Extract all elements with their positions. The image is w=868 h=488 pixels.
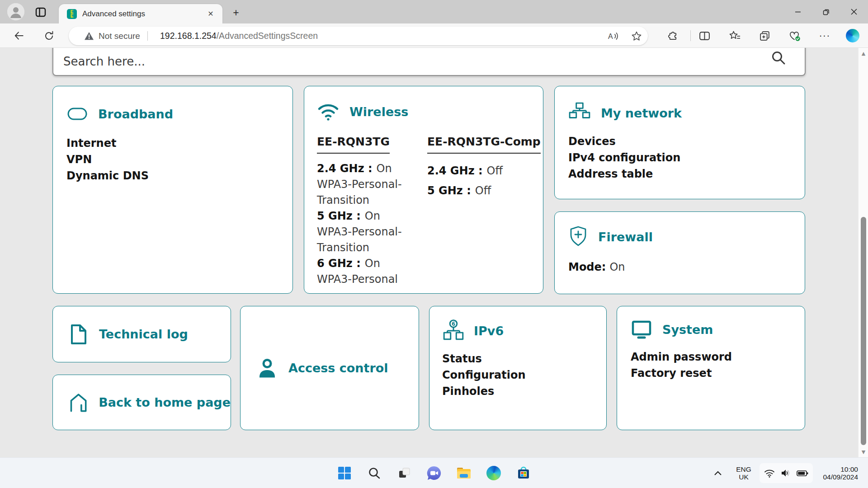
- card-back-to-home[interactable]: Back to home page: [52, 375, 231, 430]
- ssid-main: EE-RQN3TG: [317, 135, 390, 154]
- close-window-button[interactable]: [840, 0, 868, 23]
- taskbar-search-icon[interactable]: [365, 464, 383, 482]
- quick-settings[interactable]: [760, 463, 813, 483]
- svg-text:A: A: [608, 33, 613, 40]
- search-icon[interactable]: [770, 50, 787, 68]
- hidden-icons-chevron[interactable]: [711, 466, 725, 480]
- search-box: [52, 48, 806, 76]
- person-icon: [257, 358, 278, 379]
- link-status[interactable]: Status: [442, 351, 482, 367]
- firewall-mode: Mode:On: [568, 261, 791, 273]
- wireless-row: 6 GHz :On: [317, 256, 427, 272]
- microsoft-store-icon[interactable]: [514, 464, 533, 482]
- firewall-mode-label: Mode:: [568, 261, 606, 273]
- link-factory-reset[interactable]: Factory reset: [631, 365, 712, 381]
- battery-icon: [797, 468, 808, 478]
- link-internet[interactable]: Internet: [66, 135, 116, 151]
- wifi-icon: [317, 102, 340, 122]
- windows-taskbar: ENG UK: [0, 457, 868, 488]
- tab-close-icon[interactable]: ✕: [205, 9, 216, 19]
- network-icon: [568, 102, 591, 124]
- link-dynamic-dns[interactable]: Dynamic DNS: [66, 168, 149, 184]
- ssid-companion: EE-RQN3TG-Comp: [427, 135, 541, 154]
- url-path: /AdvancedSettingsScreen: [217, 31, 318, 41]
- restore-button[interactable]: [812, 0, 840, 23]
- link-devices[interactable]: Devices: [568, 133, 616, 150]
- scroll-up-icon[interactable]: ▲: [859, 48, 868, 59]
- file-explorer-icon[interactable]: [455, 464, 473, 482]
- card-my-network: My network Devices IPv4 configuration Ad…: [554, 86, 805, 199]
- wireless-row: WPA3-Personal-Transition: [317, 224, 427, 256]
- link-pinholes[interactable]: Pinholes: [442, 383, 494, 399]
- link-address-table[interactable]: Address table: [568, 166, 653, 182]
- page-scrollbar[interactable]: ▲ ▼: [858, 48, 868, 457]
- window-controls: [784, 0, 868, 23]
- toolbar-divider: [690, 30, 691, 41]
- language-line1: ENG: [729, 465, 759, 473]
- home-icon: [69, 392, 88, 413]
- scroll-down-icon[interactable]: ▼: [859, 446, 868, 457]
- profile-avatar[interactable]: [7, 3, 24, 20]
- card-ipv6: 6 IPv6 Status Configuration Pinholes: [429, 306, 607, 430]
- search-input[interactable]: [53, 48, 768, 75]
- url-host: 192.168.1.254: [160, 31, 217, 41]
- wireless-row: 2.4 GHz :On: [317, 161, 427, 177]
- browser-tab-advanced-settings[interactable]: E E Advanced settings ✕: [59, 4, 222, 23]
- link-ipv4-configuration[interactable]: IPv4 configuration: [568, 150, 680, 166]
- firewall-mode-value: On: [609, 261, 625, 273]
- card-title-ipv6: IPv6: [474, 324, 504, 338]
- copilot-icon[interactable]: [844, 27, 862, 45]
- browser-essentials-icon[interactable]: [786, 27, 804, 45]
- task-view-icon[interactable]: [395, 464, 413, 482]
- extensions-icon[interactable]: [663, 27, 681, 45]
- link-vpn[interactable]: VPN: [66, 151, 92, 168]
- browser-titlebar: E E Advanced settings ✕ +: [0, 0, 868, 23]
- collections-icon[interactable]: [755, 27, 774, 45]
- read-aloud-icon[interactable]: A: [606, 29, 620, 43]
- url-text[interactable]: 192.168.1.254/AdvancedSettingsScreen: [160, 27, 318, 45]
- router-settings-page: Broadband Internet VPN Dynamic DNS Wirel…: [0, 48, 868, 457]
- minimize-button[interactable]: [784, 0, 812, 23]
- more-options-icon[interactable]: ···: [816, 27, 834, 45]
- new-tab-button[interactable]: +: [229, 5, 243, 20]
- favorite-star-icon[interactable]: [630, 29, 643, 43]
- card-title-technical-log: Technical log: [99, 327, 188, 341]
- scrollbar-thumb[interactable]: [861, 217, 866, 445]
- wireless-row: WPA3-Personal-Transition: [317, 177, 427, 208]
- site-security[interactable]: Not secure: [84, 27, 140, 45]
- language-indicator[interactable]: ENG UK: [729, 462, 759, 481]
- shield-plus-icon: [568, 225, 588, 248]
- clock-date: 04/09/2024: [823, 473, 858, 481]
- favorites-icon[interactable]: [726, 27, 744, 45]
- back-button[interactable]: [11, 28, 27, 44]
- refresh-button[interactable]: [41, 28, 57, 44]
- card-title-system: System: [662, 323, 713, 337]
- start-button[interactable]: [335, 464, 354, 482]
- link-admin-password[interactable]: Admin password: [631, 349, 732, 365]
- tab-actions-menu-icon[interactable]: [34, 6, 47, 19]
- card-access-control[interactable]: Access control: [240, 306, 419, 430]
- browser-toolbar: Not secure 192.168.1.254/AdvancedSetting…: [0, 23, 868, 48]
- link-configuration[interactable]: Configuration: [442, 367, 526, 383]
- broadband-icon: [66, 103, 88, 124]
- clock[interactable]: 10:00 04/09/2024: [823, 462, 858, 481]
- wifi-status-icon: [764, 468, 775, 478]
- ipv6-icon: 6: [442, 319, 465, 343]
- card-title-my-network: My network: [601, 106, 682, 120]
- card-technical-log[interactable]: Technical log: [52, 306, 231, 362]
- wireless-row: 2.4 GHz :Off: [427, 161, 541, 181]
- tab-title: Advanced settings: [82, 9, 205, 19]
- card-title-broadband: Broadband: [98, 107, 173, 121]
- card-title-back-to-home: Back to home page: [99, 395, 231, 409]
- card-wireless: Wireless EE-RQN3TG 2.4 GHz :On WPA3-Pers…: [304, 86, 543, 294]
- wireless-row: 5 GHz :Off: [427, 181, 541, 201]
- document-icon: [69, 324, 88, 345]
- chat-icon[interactable]: [425, 464, 443, 482]
- monitor-icon: [631, 319, 652, 340]
- split-screen-icon[interactable]: [695, 27, 713, 45]
- edge-icon[interactable]: [485, 464, 503, 482]
- not-secure-label: Not secure: [99, 31, 140, 41]
- screen: E E Advanced settings ✕ +: [0, 0, 868, 488]
- address-bar[interactable]: Not secure 192.168.1.254/AdvancedSetting…: [69, 27, 648, 45]
- person-icon: [7, 3, 24, 20]
